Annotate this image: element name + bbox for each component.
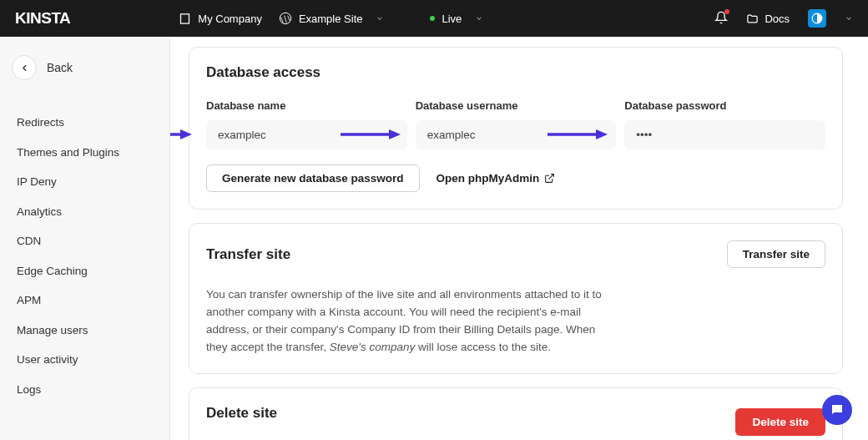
- generate-password-button[interactable]: Generate new database password: [206, 164, 420, 192]
- wordpress-icon: [279, 12, 292, 25]
- sidebar-item-edge-caching[interactable]: Edge Caching: [0, 256, 169, 286]
- site-name: Example Site: [299, 13, 363, 25]
- env-selector[interactable]: Live: [430, 13, 483, 25]
- sidebar-item-themes-and-plugins[interactable]: Themes and Plugins: [0, 138, 169, 168]
- docs-link[interactable]: Docs: [746, 13, 790, 25]
- db-pass-value: ••••: [624, 120, 825, 149]
- back-label: Back: [47, 61, 73, 74]
- transfer-title: Transfer site: [206, 246, 290, 263]
- transfer-description: You can transfer ownership of the live s…: [206, 286, 607, 357]
- chat-icon: [830, 402, 845, 417]
- company-name: My Company: [198, 13, 262, 25]
- chevron-down-icon: [376, 13, 384, 25]
- svg-marker-8: [180, 129, 192, 139]
- svg-marker-10: [389, 129, 401, 139]
- sidebar-item-cdn[interactable]: CDN: [0, 226, 169, 256]
- sidebar-item-ip-deny[interactable]: IP Deny: [0, 167, 169, 197]
- sidebar-item-redirects[interactable]: Redirects: [0, 108, 169, 138]
- arrow-left-icon: [12, 55, 37, 80]
- company-selector[interactable]: My Company: [179, 13, 262, 25]
- env-label: Live: [442, 13, 462, 25]
- chat-button[interactable]: [822, 395, 852, 425]
- db-user-label: Database username: [416, 99, 617, 112]
- db-pass-label: Database password: [624, 99, 825, 112]
- user-menu[interactable]: [845, 13, 853, 25]
- db-name-label: Database name: [206, 99, 407, 112]
- avatar[interactable]: [808, 9, 826, 28]
- status-dot-icon: [430, 16, 435, 21]
- sidebar-item-logs[interactable]: Logs: [0, 375, 169, 405]
- site-selector[interactable]: Example Site: [279, 12, 385, 25]
- delete-site-card: Delete site Delete site: [189, 387, 843, 440]
- arrow-annotation-icon: [341, 129, 401, 140]
- chevron-down-icon: [475, 13, 483, 25]
- open-phpmyadmin-link[interactable]: Open phpMyAdmin: [437, 172, 556, 185]
- arrow-annotation-icon: [548, 129, 608, 140]
- sidebar: Back RedirectsThemes and PluginsIP DenyA…: [0, 37, 170, 440]
- notifications-button[interactable]: [714, 11, 728, 27]
- arrow-annotation-icon: [170, 129, 192, 140]
- svg-rect-0: [181, 13, 189, 23]
- transfer-site-button[interactable]: Transfer site: [727, 240, 825, 268]
- external-link-icon: [544, 173, 555, 184]
- notification-dot-icon: [724, 9, 729, 14]
- sidebar-item-analytics[interactable]: Analytics: [0, 197, 169, 227]
- sidebar-item-user-activity[interactable]: User activity: [0, 345, 169, 375]
- company-icon: [179, 13, 191, 25]
- transfer-site-card: Transfer site Transfer site You can tran…: [189, 223, 843, 374]
- folder-icon: [746, 13, 759, 25]
- back-button[interactable]: Back: [0, 48, 169, 87]
- svg-marker-12: [596, 129, 608, 139]
- content: Database access Database name examplec D…: [170, 37, 868, 440]
- svg-line-13: [549, 174, 554, 180]
- delete-title: Delete site: [206, 405, 277, 422]
- topbar: KINSTA My Company Example Site Live Docs: [0, 0, 868, 37]
- sidebar-item-manage-users[interactable]: Manage users: [0, 316, 169, 346]
- logo[interactable]: KINSTA: [15, 9, 70, 28]
- sidebar-item-apm[interactable]: APM: [0, 286, 169, 316]
- delete-site-button[interactable]: Delete site: [735, 408, 825, 436]
- database-access-card: Database access Database name examplec D…: [189, 47, 843, 210]
- db-title: Database access: [206, 64, 825, 81]
